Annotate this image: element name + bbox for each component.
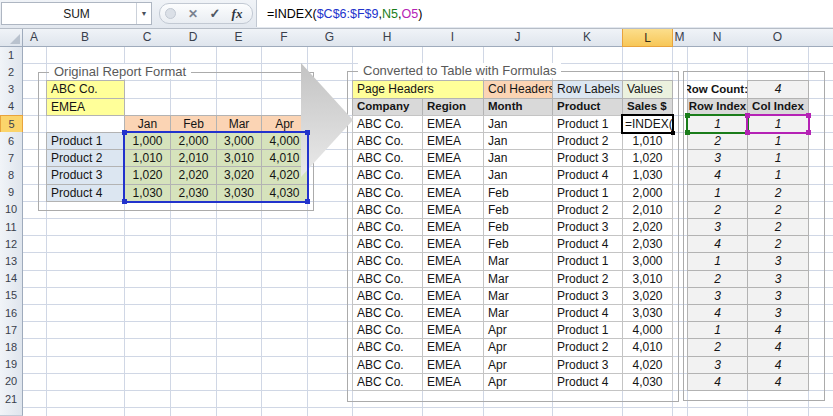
cell-I11[interactable]: EMEA: [422, 218, 484, 236]
selection-O5-handle-br[interactable]: [806, 130, 811, 135]
name-box-dropdown-icon[interactable]: ▼: [136, 3, 151, 24]
cell-L11[interactable]: 2,020: [622, 218, 673, 236]
selection-N5-handle-tl[interactable]: [685, 113, 690, 118]
cell-O11[interactable]: 2: [747, 218, 809, 236]
cell-J19[interactable]: Apr: [483, 356, 553, 374]
cell-H19[interactable]: ABC Co.: [352, 356, 423, 374]
cell-K5[interactable]: Product 1: [552, 115, 623, 133]
cell-O15[interactable]: 3: [747, 287, 809, 305]
cell-N17[interactable]: 1: [687, 321, 748, 339]
column-header-F[interactable]: F: [261, 28, 308, 47]
cell-O3[interactable]: 4: [747, 80, 809, 98]
cell-J8[interactable]: Jan: [483, 166, 553, 184]
cell-N7[interactable]: 3: [687, 149, 748, 167]
cell-I20[interactable]: EMEA: [422, 373, 484, 391]
cell-H15[interactable]: ABC Co.: [352, 287, 423, 305]
selection-O5-handle-tr[interactable]: [806, 113, 811, 118]
row-header-8[interactable]: 8: [0, 166, 23, 184]
cell-J12[interactable]: Feb: [483, 235, 553, 253]
cell-O8[interactable]: 1: [747, 166, 809, 184]
cell-H8[interactable]: ABC Co.: [352, 166, 423, 184]
cell-L12[interactable]: 2,030: [622, 235, 673, 253]
column-header-K[interactable]: K: [552, 28, 623, 47]
row-header-2[interactable]: 2: [0, 63, 23, 81]
cell-L13[interactable]: 3,000: [622, 252, 673, 270]
cell-K8[interactable]: Product 4: [552, 166, 623, 184]
cell-H20[interactable]: ABC Co.: [352, 373, 423, 391]
column-header-N[interactable]: N: [687, 28, 748, 47]
row-header-13[interactable]: 13: [0, 252, 23, 270]
selection-range-C6-F9-handle-tr[interactable]: [305, 130, 310, 135]
column-header-O[interactable]: O: [747, 28, 809, 47]
cell-J13[interactable]: Mar: [483, 252, 553, 270]
cell-I18[interactable]: EMEA: [422, 338, 484, 356]
selection-O5-handle-bl[interactable]: [745, 130, 750, 135]
row-header-9[interactable]: 9: [0, 184, 23, 202]
cell-O9[interactable]: 2: [747, 184, 809, 202]
cell-K9[interactable]: Product 1: [552, 184, 623, 202]
row-header-15[interactable]: 15: [0, 287, 23, 305]
cell-H4[interactable]: Company: [352, 98, 423, 116]
cell-H12[interactable]: ABC Co.: [352, 235, 423, 253]
row-header-4[interactable]: 4: [0, 98, 23, 116]
row-header-10[interactable]: 10: [0, 201, 23, 219]
cell-I12[interactable]: EMEA: [422, 235, 484, 253]
cell-K16[interactable]: Product 4: [552, 304, 623, 322]
cell-N6[interactable]: 2: [687, 132, 748, 150]
active-cell-border-L5[interactable]: [621, 114, 674, 134]
row-header-5[interactable]: 5: [0, 115, 23, 133]
cell-L8[interactable]: 1,030: [622, 166, 673, 184]
cell-O13[interactable]: 3: [747, 252, 809, 270]
row-header-17[interactable]: 17: [0, 321, 23, 339]
cell-I6[interactable]: EMEA: [422, 132, 484, 150]
cell-L16[interactable]: 3,030: [622, 304, 673, 322]
cell-H16[interactable]: ABC Co.: [352, 304, 423, 322]
cell-H7[interactable]: ABC Co.: [352, 149, 423, 167]
row-header-21[interactable]: 21: [0, 390, 23, 408]
cell-J14[interactable]: Mar: [483, 270, 553, 288]
band-header-2[interactable]: Row Labels: [552, 80, 623, 98]
cell-B4[interactable]: EMEA: [46, 98, 125, 116]
cell-K4[interactable]: Product: [552, 98, 623, 116]
cell-K17[interactable]: Product 1: [552, 321, 623, 339]
cell-B6[interactable]: Product 1: [46, 132, 125, 150]
cell-L6[interactable]: 1,010: [622, 132, 673, 150]
cell-N11[interactable]: 3: [687, 218, 748, 236]
cell-I7[interactable]: EMEA: [422, 149, 484, 167]
cell-L20[interactable]: 4,030: [622, 373, 673, 391]
cell-H6[interactable]: ABC Co.: [352, 132, 423, 150]
cell-H13[interactable]: ABC Co.: [352, 252, 423, 270]
row-header-3[interactable]: 3: [0, 80, 23, 98]
cell-I17[interactable]: EMEA: [422, 321, 484, 339]
row-header-7[interactable]: 7: [0, 149, 23, 167]
column-header-A[interactable]: A: [22, 28, 47, 47]
cell-O20[interactable]: 4: [747, 373, 809, 391]
cell-K13[interactable]: Product 1: [552, 252, 623, 270]
cell-J15[interactable]: Mar: [483, 287, 553, 305]
cell-O17[interactable]: 4: [747, 321, 809, 339]
row-header-19[interactable]: 19: [0, 356, 23, 374]
cell-B3[interactable]: ABC Co.: [46, 80, 125, 98]
cell-J5[interactable]: Jan: [483, 115, 553, 133]
column-header-partial[interactable]: [808, 28, 833, 47]
cell-N8[interactable]: 4: [687, 166, 748, 184]
row-header-18[interactable]: 18: [0, 338, 23, 356]
row-header-1[interactable]: 1: [0, 46, 23, 64]
cell-K7[interactable]: Product 3: [552, 149, 623, 167]
cell-J9[interactable]: Feb: [483, 184, 553, 202]
cell-O16[interactable]: 3: [747, 304, 809, 322]
cell-I9[interactable]: EMEA: [422, 184, 484, 202]
row-header-11[interactable]: 11: [0, 218, 23, 236]
cell-O14[interactable]: 3: [747, 270, 809, 288]
selection-O5-handle-tl[interactable]: [745, 113, 750, 118]
cell-N12[interactable]: 4: [687, 235, 748, 253]
selection-O5[interactable]: [746, 114, 810, 134]
enter-icon[interactable]: ✓: [204, 6, 226, 21]
cell-H18[interactable]: ABC Co.: [352, 338, 423, 356]
cell-L7[interactable]: 1,020: [622, 149, 673, 167]
cell-L9[interactable]: 2,000: [622, 184, 673, 202]
cell-O7[interactable]: 1: [747, 149, 809, 167]
cell-J17[interactable]: Apr: [483, 321, 553, 339]
row-header-20[interactable]: 20: [0, 373, 23, 391]
selection-N5-handle-bl[interactable]: [685, 130, 690, 135]
